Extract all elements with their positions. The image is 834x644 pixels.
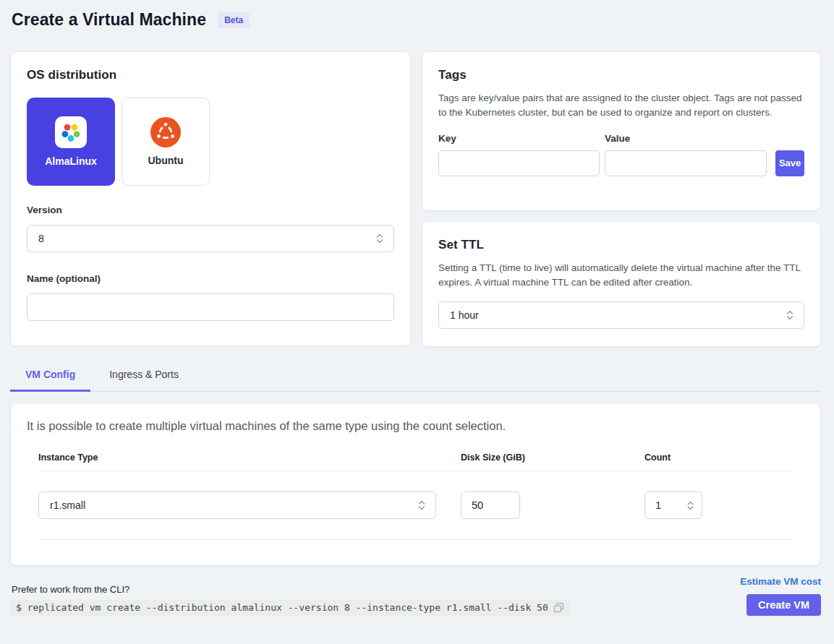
- chevron-updown-icon: [785, 309, 795, 321]
- ttl-select[interactable]: 1 hour: [438, 301, 804, 329]
- chevron-updown-icon: [417, 499, 427, 511]
- version-select[interactable]: 8: [27, 225, 394, 252]
- vm-name-input[interactable]: [27, 293, 394, 321]
- os-tile-almalinux-label: AlmaLinux: [45, 155, 97, 167]
- chevron-updown-icon: [375, 233, 385, 244]
- instance-type-select[interactable]: r1.small: [38, 491, 436, 519]
- vm-table-header: Instance Type Disk Size (GiB) Count: [38, 452, 793, 471]
- create-vm-page: Create a Virtual Machine Beta OS distrib…: [0, 0, 834, 616]
- cli-command-block: $ replicated vm create --distribution al…: [10, 600, 570, 616]
- tag-key-label: Key: [438, 133, 600, 144]
- tags-form: Key Value Save: [438, 133, 804, 176]
- tags-card-title: Tags: [438, 68, 804, 82]
- vm-config-note: It is possible to create multiple virtua…: [27, 419, 804, 433]
- page-footer: Prefer to work from the CLI? $ replicate…: [10, 576, 821, 616]
- tab-vm-config[interactable]: VM Config: [10, 369, 90, 392]
- disk-size-input[interactable]: [461, 491, 520, 519]
- tags-card: Tags Tags are key/value pairs that are a…: [422, 51, 821, 211]
- ttl-select-value: 1 hour: [450, 309, 479, 321]
- config-tabs: VM Config Ingress & Ports: [10, 369, 821, 392]
- create-vm-button[interactable]: Create VM: [746, 594, 821, 616]
- save-tag-button[interactable]: Save: [775, 150, 804, 176]
- vm-name-label: Name (optional): [27, 273, 394, 284]
- os-tile-almalinux[interactable]: AlmaLinux: [27, 98, 115, 186]
- os-tile-ubuntu[interactable]: Ubuntu: [122, 98, 210, 186]
- instance-type-value: r1.small: [50, 499, 85, 511]
- vm-table: Instance Type Disk Size (GiB) Count r1.s…: [27, 452, 804, 540]
- chevron-updown-icon: [686, 500, 695, 511]
- almalinux-logo-icon: [55, 116, 87, 148]
- page-header: Create a Virtual Machine Beta: [12, 10, 821, 30]
- ttl-card-title: Set TTL: [438, 238, 804, 252]
- actions-section: Estimate VM cost Create VM: [740, 576, 821, 616]
- count-stepper[interactable]: 1: [644, 491, 702, 519]
- tag-value-label: Value: [605, 133, 767, 144]
- version-label: Version: [27, 205, 394, 215]
- estimate-vm-cost-link[interactable]: Estimate VM cost: [740, 576, 821, 587]
- col-disk-size: Disk Size (GiB): [461, 452, 644, 463]
- page-title: Create a Virtual Machine: [12, 10, 206, 30]
- os-distribution-card: OS distribution AlmaLinux: [10, 51, 411, 346]
- table-row: r1.small 1: [38, 471, 793, 540]
- os-tiles: AlmaLinux: [27, 98, 394, 186]
- beta-badge: Beta: [218, 12, 250, 28]
- tab-ingress-ports[interactable]: Ingress & Ports: [94, 369, 194, 392]
- version-select-value: 8: [38, 233, 44, 244]
- count-value: 1: [655, 499, 661, 511]
- col-count: Count: [644, 452, 793, 463]
- copy-button[interactable]: [553, 602, 564, 613]
- ubuntu-logo-icon: [150, 117, 181, 147]
- cli-section: Prefer to work from the CLI? $ replicate…: [10, 584, 570, 616]
- os-card-title: OS distribution: [27, 68, 394, 82]
- col-instance-type: Instance Type: [38, 452, 461, 463]
- copy-icon: [553, 602, 564, 613]
- ttl-description: Setting a TTL (time to live) will automa…: [438, 261, 804, 291]
- cli-command: $ replicated vm create --distribution al…: [16, 602, 548, 613]
- os-tile-ubuntu-label: Ubuntu: [148, 155, 184, 166]
- vm-config-card: It is possible to create multiple virtua…: [10, 403, 821, 566]
- set-ttl-card: Set TTL Setting a TTL (time to live) wil…: [422, 221, 821, 347]
- tag-key-input[interactable]: [438, 150, 600, 176]
- cli-prompt: Prefer to work from the CLI?: [12, 584, 570, 595]
- tags-description: Tags are key/value pairs that are assign…: [438, 91, 804, 121]
- tag-value-input[interactable]: [605, 150, 767, 176]
